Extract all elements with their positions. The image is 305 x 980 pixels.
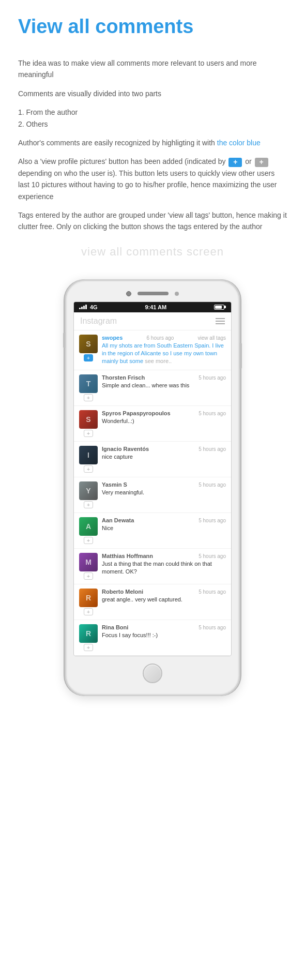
comment-left: S + <box>79 410 98 437</box>
phone-top <box>73 288 232 301</box>
comment-author: Spyros Papaspyropoulos <box>102 410 171 416</box>
comment-text: nice capture <box>102 453 226 461</box>
avatar-initial: S <box>79 335 98 353</box>
plus-profile-button[interactable]: + <box>84 537 93 544</box>
comment-body: Thorsten Frisch 5 hours ago Simple and c… <box>102 374 226 389</box>
comment-body: Matthias Hoffmann 5 hours ago Just a thi… <box>102 553 226 576</box>
see-more-link[interactable]: see more.. <box>145 358 172 364</box>
comment-item: A + Aan Dewata 5 hours ago Nice <box>74 513 231 549</box>
description-4: Also a 'view profile pictures' button ha… <box>18 156 287 202</box>
desc-4-pre: Also a 'view profile pictures' button ha… <box>18 157 227 165</box>
watermark-section: view all comments screen <box>0 240 305 269</box>
plus-button-gray[interactable]: + <box>255 158 268 167</box>
plus-profile-button[interactable]: + <box>84 501 93 508</box>
comment-author: Rina Boni <box>102 624 128 630</box>
sensor <box>175 292 179 296</box>
comment-action[interactable]: view all tags <box>198 335 226 341</box>
battery-body <box>214 305 224 310</box>
plus-profile-button[interactable]: + <box>84 354 93 361</box>
avatar: R <box>79 624 98 643</box>
comment-header: Roberto Meloni 5 hours ago <box>102 589 226 595</box>
avatar-initial: M <box>79 553 98 571</box>
comments-list: S + swopes 6 hours ago view all tags All… <box>74 330 231 656</box>
plus-profile-button[interactable]: + <box>84 608 93 615</box>
comment-body: Yasmin S 5 hours ago Very meaningful. <box>102 481 226 496</box>
comment-header: Matthias Hoffmann 5 hours ago <box>102 553 226 559</box>
comment-item: R + Rina Boni 5 hours ago Focus I say fo… <box>74 620 231 656</box>
speaker <box>138 292 169 295</box>
plus-button-blue[interactable]: + <box>228 158 242 167</box>
status-left: 4G <box>79 304 98 310</box>
desc-4-post: depending on who the user is). This butt… <box>18 169 277 201</box>
avatar-initial: S <box>79 410 98 429</box>
comment-text: Just a thing that the man could think on… <box>102 560 226 576</box>
home-button[interactable] <box>143 664 162 683</box>
avatar: T <box>79 374 98 393</box>
plus-profile-button[interactable]: + <box>84 465 93 473</box>
camera <box>126 291 131 296</box>
comment-body: Aan Dewata 5 hours ago Nice <box>102 517 226 532</box>
comment-left: R + <box>79 589 98 615</box>
description-5: Tags entered by the author are grouped u… <box>18 209 287 233</box>
comment-left: S + <box>79 335 98 361</box>
comment-left: I + <box>79 446 98 473</box>
avatar: A <box>79 517 98 536</box>
comment-author: Aan Dewata <box>102 517 134 523</box>
comment-author: Roberto Meloni <box>102 589 143 595</box>
hamburger-line-1 <box>216 318 225 319</box>
avatar: S <box>79 410 98 429</box>
comment-time: 5 hours ago <box>199 411 226 416</box>
comment-header: Ignacio Raventós 5 hours ago <box>102 446 226 452</box>
comment-text: Simple and clean... where was this <box>102 382 226 389</box>
desc-3-pre: Author's comments are easily recognized … <box>18 139 217 147</box>
status-bar: 4G 9:41 AM <box>74 302 231 312</box>
description-1: The idea was to make view all comments m… <box>18 57 287 81</box>
comment-left: M + <box>79 553 98 580</box>
plus-profile-button[interactable]: + <box>84 430 93 437</box>
plus-profile-button[interactable]: + <box>84 572 93 580</box>
avatar-initial: T <box>79 374 98 393</box>
plus-profile-button[interactable]: + <box>84 644 93 651</box>
phone-wrapper: 4G 9:41 AM Instagram <box>0 269 305 717</box>
status-time: 9:41 AM <box>145 304 166 310</box>
comment-left: T + <box>79 374 98 401</box>
avatar: S <box>79 335 98 353</box>
comment-item: R + Roberto Meloni 5 hours ago great ang… <box>74 584 231 620</box>
desc-4-or: or <box>245 157 253 165</box>
comment-header: swopes 6 hours ago view all tags <box>102 335 226 341</box>
hamburger-line-3 <box>216 323 225 324</box>
comment-text: Wonderful..:) <box>102 417 226 425</box>
comment-text: Very meaningful. <box>102 489 226 496</box>
signal-bar-4 <box>85 305 87 309</box>
signal-bars <box>79 305 87 309</box>
battery-icon <box>214 305 226 310</box>
phone-screen: 4G 9:41 AM Instagram <box>73 301 232 656</box>
comment-header: Yasmin S 5 hours ago <box>102 481 226 488</box>
hamburger-menu-icon[interactable] <box>216 318 225 324</box>
battery-fill <box>215 306 222 309</box>
avatar-initial: R <box>79 589 98 607</box>
description-block: The idea was to make view all comments m… <box>0 57 305 233</box>
comment-item: Y + Yasmin S 5 hours ago Very meaningful… <box>74 477 231 513</box>
signal-bar-2 <box>81 307 83 309</box>
plus-profile-button[interactable]: + <box>84 394 93 401</box>
comment-time: 5 hours ago <box>199 482 226 488</box>
description-2: Comments are visually divided into two p… <box>18 88 287 99</box>
app-logo: Instagram <box>80 316 117 326</box>
hamburger-line-2 <box>216 321 225 322</box>
avatar: M <box>79 553 98 571</box>
list-item-2: 2. Others <box>18 120 48 128</box>
avatar: Y <box>79 481 98 500</box>
avatar: I <box>79 446 98 464</box>
avatar-initial: I <box>79 446 98 464</box>
avatar-initial: A <box>79 517 98 536</box>
signal-bar-1 <box>79 308 81 309</box>
comment-time: 5 hours ago <box>199 518 226 523</box>
comment-text: great angle.. very well captured. <box>102 596 226 604</box>
page-title: View all comments <box>18 16 287 38</box>
comment-body: Rina Boni 5 hours ago Focus I say focus!… <box>102 624 226 639</box>
comment-item: S + Spyros Papaspyropoulos 5 hours ago W… <box>74 406 231 442</box>
comment-time: 5 hours ago <box>199 625 226 630</box>
comment-body: Spyros Papaspyropoulos 5 hours ago Wonde… <box>102 410 226 425</box>
comment-header: Spyros Papaspyropoulos 5 hours ago <box>102 410 226 416</box>
